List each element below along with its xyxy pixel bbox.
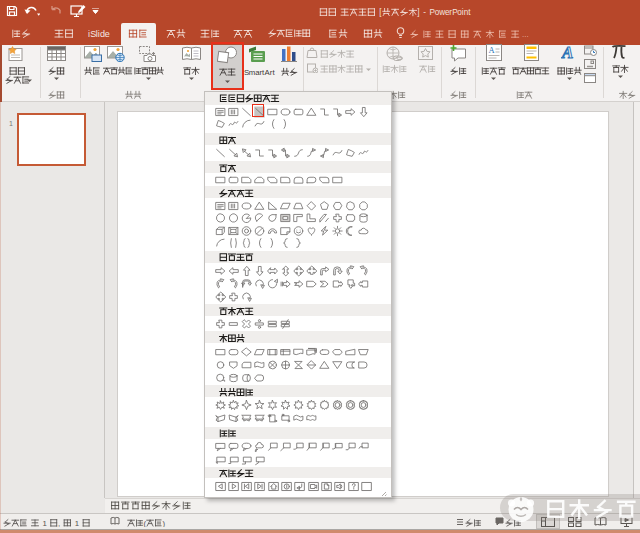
svg-text:e: e xyxy=(105,29,110,39)
svg-text:A: A xyxy=(489,45,496,55)
svg-text:): ) xyxy=(162,518,165,527)
svg-text:1: 1 xyxy=(42,518,46,527)
svg-text:t: t xyxy=(272,67,275,76)
svg-text:,: , xyxy=(58,518,60,527)
svg-text:[: [ xyxy=(379,8,382,17)
svg-text:-: - xyxy=(423,8,426,17)
svg-text:1: 1 xyxy=(75,518,79,527)
svg-text:t: t xyxy=(468,8,471,17)
svg-text:(: ( xyxy=(143,518,146,527)
svg-text:A: A xyxy=(561,44,573,61)
svg-text:]: ] xyxy=(417,8,419,17)
